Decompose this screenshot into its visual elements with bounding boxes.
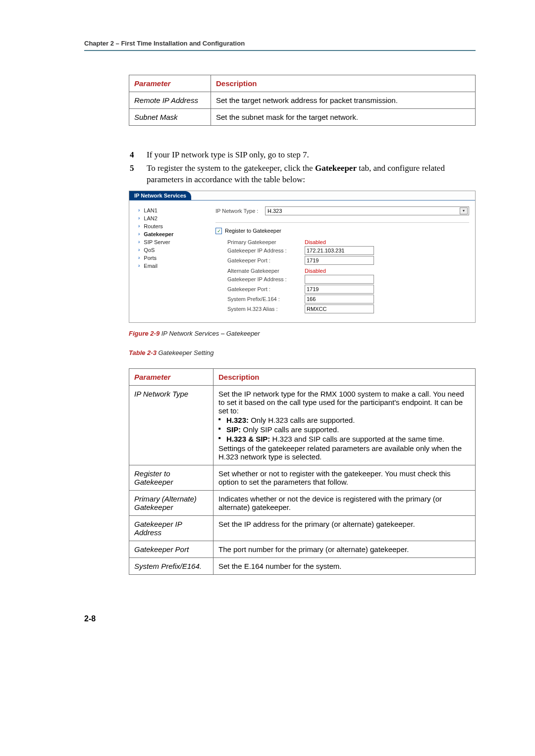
t2-r1-param: IP Network Type bbox=[129, 385, 214, 465]
chevron-icon: › bbox=[138, 247, 140, 252]
table-2: Parameter Description IP Network Type Se… bbox=[129, 368, 476, 575]
figure-text: IP Network Services – Gatekeeper bbox=[160, 330, 260, 337]
step-list: 4 If your IP network type is SIP only, g… bbox=[130, 150, 476, 186]
alt-gk-ip-label: Gatekeeper IP Address : bbox=[215, 276, 305, 282]
primary-gk-label: Primary Gatekeeper bbox=[215, 239, 305, 245]
bullet-1-bold: H.323: bbox=[226, 416, 249, 424]
sidebar-label: LAN1 bbox=[144, 207, 158, 213]
sidebar-label: SIP Server bbox=[144, 239, 170, 245]
alt-gk-status: Disabled bbox=[305, 268, 326, 274]
t2-r2-param: Register to Gatekeeper bbox=[129, 465, 214, 490]
sidebar-label: Gatekeeper bbox=[144, 231, 173, 237]
register-checkbox[interactable]: ✓ bbox=[215, 228, 222, 234]
register-label: Register to Gatekeeper bbox=[225, 228, 281, 234]
table-1: Parameter Description Remote IP Address … bbox=[129, 75, 476, 126]
alt-gk-label: Alternate Gatekeeper bbox=[215, 268, 305, 274]
alias-input[interactable] bbox=[305, 304, 374, 313]
bullet-1-text: Only H.323 calls are supported. bbox=[249, 416, 355, 424]
t2-r5-desc: The port number for the primary (or alte… bbox=[214, 541, 476, 557]
t1-head-param: Parameter bbox=[129, 75, 211, 92]
table-caption: Table 2-3 Gatekeeper Setting bbox=[129, 349, 476, 356]
page-number: 2-8 bbox=[84, 614, 476, 623]
chevron-icon: › bbox=[138, 215, 140, 221]
chapter-header: Chapter 2 – First Time Installation and … bbox=[84, 40, 476, 51]
sidebar-item-ports[interactable]: ›Ports bbox=[138, 254, 198, 262]
dialog-tab-bar: IP Network Services bbox=[129, 191, 475, 201]
alt-gk-port-input[interactable] bbox=[305, 285, 374, 294]
step-5-text: To register the system to the gatekeeper… bbox=[147, 163, 476, 186]
t2-r3-param: Primary (Alternate) Gatekeeper bbox=[129, 490, 214, 515]
sidebar-item-lan2[interactable]: ›LAN2 bbox=[138, 214, 198, 222]
t2-r2-desc: Set whether or not to register with the … bbox=[214, 465, 476, 490]
sidebar-item-qos[interactable]: ›QoS bbox=[138, 246, 198, 254]
step-5-pre: To register the system to the gatekeeper… bbox=[147, 163, 315, 173]
t2-head-desc: Description bbox=[214, 368, 476, 385]
chevron-icon: › bbox=[138, 231, 140, 237]
step-5-bold: Gatekeeper bbox=[315, 163, 357, 173]
t2-r1-desc: Set the IP network type for the RMX 1000… bbox=[214, 385, 476, 465]
chevron-icon: › bbox=[138, 223, 140, 229]
alt-gk-ip-input[interactable] bbox=[305, 275, 374, 284]
gk-ip-input[interactable] bbox=[305, 246, 374, 255]
t1-r2-desc: Set the subnet mask for the target netwo… bbox=[211, 109, 476, 126]
sidebar-label: Routers bbox=[144, 223, 163, 229]
dialog-form: IP Network Type : H.323 ▾ ✓ Register to … bbox=[215, 206, 469, 314]
sidebar-item-gatekeeper[interactable]: ›Gatekeeper bbox=[138, 230, 198, 238]
sidebar-label: QoS bbox=[144, 247, 155, 253]
sidebar-label: LAN2 bbox=[144, 215, 158, 221]
dialog-sidebar: ›LAN1 ›LAN2 ›Routers ›Gatekeeper ›SIP Se… bbox=[138, 206, 198, 314]
bullet-2-bold: SIP: bbox=[226, 425, 241, 434]
gk-port-input[interactable] bbox=[305, 256, 374, 265]
prefix-label: System Prefix/E.164 : bbox=[215, 296, 305, 302]
sidebar-label: Email bbox=[144, 263, 158, 269]
t2-r4-desc: Set the IP address for the primary (or a… bbox=[214, 515, 476, 541]
sidebar-item-email[interactable]: ›Email bbox=[138, 262, 198, 270]
prefix-input[interactable] bbox=[305, 295, 374, 303]
primary-gk-status: Disabled bbox=[305, 239, 326, 245]
t2-r6-param: System Prefix/E164. bbox=[129, 557, 214, 574]
alt-gk-port-label: Gatekeeper Port : bbox=[215, 286, 305, 292]
figure-label: Figure 2-9 bbox=[129, 330, 160, 337]
bullet-3-text: H.323 and SIP calls are supported at the… bbox=[270, 435, 444, 443]
ip-type-select[interactable]: H.323 ▾ bbox=[265, 206, 469, 215]
table-caption-text: Gatekeeper Setting bbox=[157, 349, 214, 356]
ip-type-value: H.323 bbox=[268, 208, 282, 214]
sidebar-item-lan1[interactable]: ›LAN1 bbox=[138, 206, 198, 214]
t2-r1-intro: Set the IP network type for the RMX 1000… bbox=[218, 390, 470, 415]
sidebar-label: Ports bbox=[144, 255, 157, 261]
table-caption-label: Table 2-3 bbox=[129, 349, 157, 356]
bullet-3-bold: H.323 & SIP: bbox=[226, 435, 270, 443]
sidebar-item-routers[interactable]: ›Routers bbox=[138, 222, 198, 230]
chevron-down-icon: ▾ bbox=[460, 207, 468, 214]
t2-head-param: Parameter bbox=[129, 368, 214, 385]
t1-r1-desc: Set the target network address for packe… bbox=[211, 92, 476, 109]
chevron-icon: › bbox=[138, 239, 140, 245]
gk-ip-label: Gatekeeper IP Address : bbox=[215, 248, 305, 253]
bullet-2-text: Only SIP calls are supported. bbox=[241, 425, 339, 434]
t2-r3-desc: Indicates whether or not the device is r… bbox=[214, 490, 476, 515]
t2-r4-param: Gatekeeper IP Address bbox=[129, 515, 214, 541]
t2-r6-desc: Set the E.164 number for the system. bbox=[214, 557, 476, 574]
ip-network-services-dialog: IP Network Services ›LAN1 ›LAN2 ›Routers… bbox=[129, 191, 476, 323]
t1-r1-param: Remote IP Address bbox=[129, 92, 211, 109]
figure-caption: Figure 2-9 IP Network Services – Gatekee… bbox=[129, 330, 476, 337]
t1-head-desc: Description bbox=[211, 75, 476, 92]
step-4-number: 4 bbox=[130, 150, 138, 161]
t2-r1-outro: Settings of the gatekeeper related param… bbox=[218, 444, 470, 461]
t1-r2-param: Subnet Mask bbox=[129, 109, 211, 126]
chevron-icon: › bbox=[138, 255, 140, 260]
alias-label: System H.323 Alias : bbox=[215, 306, 305, 312]
chevron-icon: › bbox=[138, 263, 140, 268]
dialog-active-tab[interactable]: IP Network Services bbox=[129, 191, 191, 200]
chevron-icon: › bbox=[138, 207, 140, 213]
sidebar-item-sip-server[interactable]: ›SIP Server bbox=[138, 238, 198, 246]
gk-port-label: Gatekeeper Port : bbox=[215, 257, 305, 263]
t2-r5-param: Gatekeeper Port bbox=[129, 541, 214, 557]
step-5-number: 5 bbox=[130, 163, 138, 186]
ip-type-label: IP Network Type : bbox=[215, 208, 265, 214]
step-4-text: If your IP network type is SIP only, go … bbox=[147, 150, 476, 161]
